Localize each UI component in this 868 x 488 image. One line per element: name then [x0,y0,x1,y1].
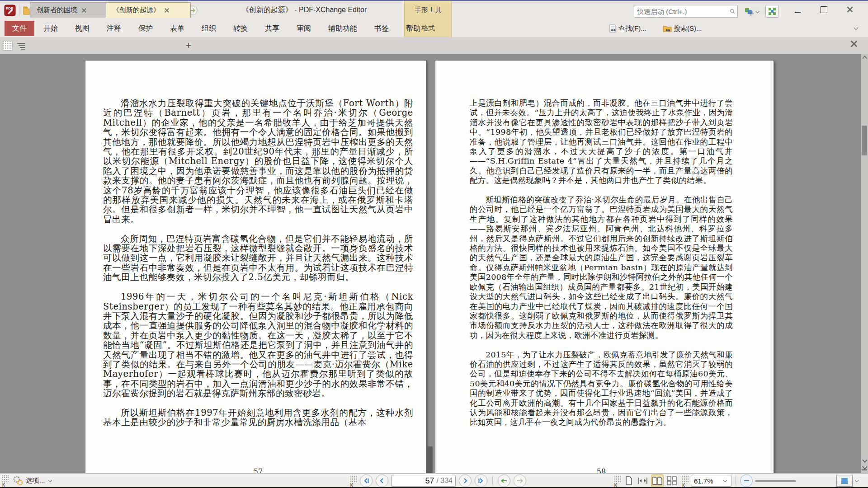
menu-accessibility[interactable]: 辅助功能 [328,24,357,33]
collapse-layout-icon[interactable]: |❮ [614,483,618,487]
page-number-58: 58 [470,467,733,473]
divider [19,5,19,16]
ui-options-icon [745,7,754,16]
collapse-zoom-icon[interactable]: |❮ [682,483,685,487]
paragraph: 所以斯坦斯伯格在1997年开始刻意地利用含更多水剂的配方，这种水剂基本上是由较少… [103,408,413,427]
menu-file[interactable]: 文件 [5,21,34,36]
hand-tool-tab[interactable]: 手形工具 [415,6,442,14]
next-page-bar [862,469,867,470]
tab-list-button[interactable] [16,42,26,52]
next-page-button[interactable] [459,474,472,487]
menu-comment[interactable]: 注释 [107,24,121,33]
menu-convert[interactable]: 转换 [233,24,248,33]
close-button[interactable] [841,3,859,16]
menu-view[interactable]: 视图 [75,24,90,33]
navigation-pane-icon [841,478,848,484]
two-page-view-button[interactable] [651,474,664,487]
paragraph: 1996年的一天，米切尔公司的一个名叫尼克·斯坦斯伯格（Nick Steinsb… [103,292,413,398]
menu-form[interactable]: 表单 [170,24,184,33]
zoom-chevron [723,479,727,482]
nav-toolbar-grip[interactable] [350,475,357,483]
paragraph: 滑溜水水力压裂取得重大突破的关键地点位于沃斯堡（Fort Worth）附近的巴涅… [103,99,413,224]
first-page-button[interactable] [360,474,373,487]
ui-options-chevron[interactable] [755,9,760,13]
page-total-label: / 334 [436,477,453,485]
navigation-pane-button[interactable] [836,475,853,487]
menu-bookmarks[interactable]: 书签 [374,24,389,33]
launch-application-button[interactable] [765,5,779,18]
menu-review[interactable]: 审阅 [297,24,311,33]
scroll-down-icon[interactable] [862,457,867,462]
document-tab-innovators-dilemma[interactable]: 创新者的困境 [30,2,117,18]
pdf-page-58[interactable]: 上是漂白剂和肥皂）混合而成的，而非凝胶。他在三口油气井中进行了尝试，但并未奏效。… [435,60,774,473]
paragraph: 2015年，为了让水力压裂破产，欧佩克蓄意地引发了廉价天然气和廉价石油的供应过剩… [470,350,733,427]
new-tab-button[interactable]: + [183,40,194,52]
search-folder-icon [663,25,672,32]
options-label[interactable]: 选项... [26,476,45,485]
menu-organize[interactable]: 组织 [202,24,216,33]
paragraph: 斯坦斯伯格的突破改变了乔治·米切尔生命的最后岁月。在他出售自己的公司时，他已经是… [470,195,733,340]
close-document-view-button[interactable] [852,42,856,46]
page-number-input[interactable] [401,476,435,486]
launch-application-icon [768,7,776,15]
zoom-level-select[interactable]: 61.7% [691,475,731,487]
last-page-icon [478,478,484,483]
minimize-button[interactable] [788,3,807,16]
minus-icon [744,480,749,481]
document-tab-origins-of-innovation[interactable]: 《创新的起源》 [106,2,191,18]
page-number-box: / 334 [392,475,456,487]
search-button[interactable]: 搜索(S)... [663,20,702,37]
previous-view-button[interactable] [498,474,510,487]
tab-close-icon[interactable] [82,8,86,13]
vertical-scrollbar[interactable] [861,54,868,473]
collapse-nav-icon[interactable]: |❮ [350,483,354,487]
next-page-scroll-icon[interactable] [862,464,867,469]
page-57-text: 滑溜水水力压裂取得重大突破的关键地点位于沃斯堡（Fort Worth）附近的巴涅… [103,99,413,437]
zoom-out-button[interactable] [740,474,753,487]
document-tabbar [0,37,868,55]
close-icon [847,7,853,13]
zoom-slider-track[interactable] [755,480,796,482]
menu-share[interactable]: 共享 [265,24,279,33]
document-view[interactable]: 滑溜水水力压裂取得重大突破的关键地点位于沃斯堡（Fort Worth）附近的巴涅… [0,54,868,473]
previous-page-button[interactable] [376,474,388,487]
close-icon [851,41,858,47]
quick-launch-input[interactable] [634,8,730,15]
tab-options-grid-button[interactable] [3,41,13,51]
menu-help[interactable]: 帮助 [406,24,420,33]
menu-home[interactable]: 开始 [43,24,58,33]
format-tab[interactable]: 格式 [421,24,435,33]
next-view-button[interactable] [514,474,526,487]
collapse-toolbar-icon[interactable]: |❮ [2,483,5,486]
page-58-text: 上是漂白剂和肥皂）混合而成的，而非凝胶。他在三口油气井中进行了尝试，但并未奏效。… [470,99,733,437]
options-gears-icon [12,475,24,486]
maximize-button[interactable] [815,3,833,16]
pane-splitter-handle[interactable] [426,446,433,473]
single-page-view-button[interactable] [623,475,635,487]
last-page-button[interactable] [475,474,487,487]
app-logo-pdf-xchange: PDF [4,4,16,17]
menu-items: 开始 视图 注释 保护 表单 组织 转换 共享 审阅 辅助功能 书签 帮助 [43,20,420,37]
scroll-up-icon[interactable] [862,56,867,61]
layout-toolbar-grip[interactable] [614,475,621,483]
page-number-57: 57 [103,467,413,473]
multi-page-grid-icon [666,476,677,485]
menu-protect[interactable]: 保护 [138,24,153,33]
zoom-value: 61.7% [694,477,713,485]
zoom-toolbar-grip[interactable] [682,475,689,483]
multi-page-view-button[interactable] [666,475,678,487]
navigation-pane-chevron[interactable] [855,479,859,482]
fit-width-button[interactable] [637,475,649,487]
first-page-icon [363,478,369,483]
paragraph: 上是漂白剂和肥皂）混合而成的，而非凝胶。他在三口油气井中进行了尝试，但并未奏效。… [470,99,733,186]
pdf-page-57[interactable]: 滑溜水水力压裂取得重大突破的关键地点位于沃斯堡（Fort Worth）附近的巴涅… [85,60,426,473]
previous-page-icon [380,478,384,483]
tab-close-icon[interactable] [165,8,169,13]
toolbar-grip[interactable] [2,475,9,483]
options-chevron[interactable] [48,478,52,482]
ui-options-button[interactable] [743,5,755,17]
find-button[interactable]: 查找(F)... [609,20,646,37]
scrollbar-thumb[interactable] [862,126,867,155]
next-page-icon [463,478,467,483]
search-icon [730,7,735,15]
